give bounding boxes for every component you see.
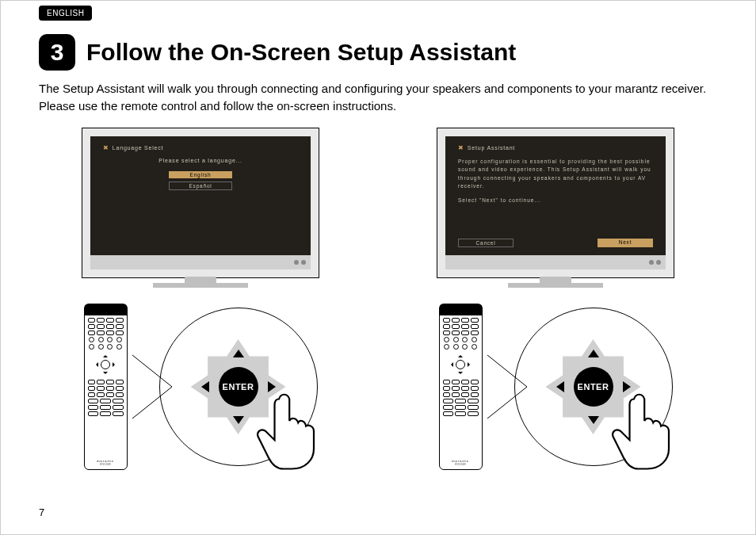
arrow-up-icon (588, 344, 599, 357)
dpad-right-icon (113, 362, 117, 367)
remote-top-section (440, 304, 482, 315)
language-tag: ENGLISH (39, 6, 92, 21)
screen-cta: Select "Next" to continue... (458, 197, 653, 203)
screen-paragraph: Proper configuration is essential to pro… (458, 158, 653, 191)
figures-row: ✖ Language Select Please select a langua… (39, 128, 717, 487)
remote-round-buttons (443, 337, 479, 350)
dpad-left-icon (94, 362, 98, 367)
tv-led-icon (649, 260, 654, 265)
remote-transport-buttons (443, 380, 479, 397)
arrow-down-icon (588, 416, 599, 430)
tv-control-bar (90, 255, 311, 269)
arrow-left-icon (551, 381, 564, 392)
callout-leader-line (128, 387, 168, 388)
tv-led-icon (294, 260, 299, 265)
tv-stand (153, 283, 248, 288)
dpad-down-icon (103, 372, 108, 376)
tv-bezel: ✖ Setup Assistant Proper configuration i… (437, 128, 674, 278)
tv-led-icon (656, 260, 661, 265)
screen-title-row: ✖ Setup Assistant (458, 144, 653, 151)
screen-title: Setup Assistant (468, 145, 515, 151)
screen-title-row: ✖ Language Select (103, 144, 298, 151)
remote-number-buttons (88, 399, 124, 416)
tv-bezel: ✖ Language Select Please select a langua… (82, 128, 319, 278)
arrow-down-icon (233, 416, 244, 430)
dpad-enter-icon (456, 360, 465, 369)
step-number-badge: 3 (39, 34, 75, 71)
screen-prompt: Please select a language... (103, 158, 298, 163)
next-button: Next (598, 239, 653, 247)
figure-left: ✖ Language Select Please select a langua… (39, 128, 362, 487)
hand-icon (244, 386, 331, 473)
remote-round-buttons (88, 337, 124, 350)
dpad-up-icon (103, 353, 108, 357)
enter-callout: ENTER (514, 308, 673, 466)
remote-source-buttons (88, 318, 124, 335)
remote-source-buttons (443, 318, 479, 335)
remote-transport-buttons (88, 380, 124, 397)
callout-leader-line (483, 387, 523, 388)
step-heading: 3 Follow the On-Screen Setup Assistant (39, 34, 516, 71)
cancel-button: Cancel (458, 239, 514, 247)
screen-options: English Español (103, 171, 298, 190)
remote-dpad (443, 351, 479, 378)
tv-screen-setup: ✖ Setup Assistant Proper configuration i… (445, 136, 666, 255)
figure-right: ✖ Setup Assistant Proper configuration i… (394, 128, 717, 487)
option-english: English (169, 171, 232, 178)
option-espanol: Español (169, 182, 232, 190)
dpad-down-icon (458, 372, 463, 376)
hand-icon (599, 386, 686, 473)
dpad-enter-icon (101, 360, 110, 369)
dpad-right-icon (468, 362, 472, 367)
dpad-left-icon (449, 362, 453, 367)
dpad-up-icon (458, 353, 463, 357)
tv-right: ✖ Setup Assistant Proper configuration i… (437, 128, 674, 288)
tv-screen-language: ✖ Language Select Please select a langua… (90, 136, 311, 255)
tools-icon: ✖ (458, 144, 464, 151)
tv-left: ✖ Language Select Please select a langua… (82, 128, 319, 288)
body-paragraph: The Setup Assistant will walk you throug… (39, 80, 717, 115)
remote-callout-right: marantz RC015SR ENTER (394, 304, 717, 470)
heading-text: Follow the On-Screen Setup Assistant (86, 39, 516, 66)
remote-top-section (85, 304, 127, 315)
tv-led-icon (301, 260, 306, 265)
remote-callout-left: marantz RC015SR ENTER (39, 304, 362, 470)
tv-stand (508, 283, 603, 288)
remote-model-label: RC015SR (88, 463, 124, 466)
remote-control: marantz RC015SR (439, 304, 483, 470)
arrow-left-icon (196, 381, 209, 392)
remote-number-buttons (443, 399, 479, 416)
page-number: 7 (39, 506, 44, 518)
remote-control: marantz RC015SR (84, 304, 128, 470)
enter-callout: ENTER (159, 308, 318, 466)
screen-buttons: Cancel Next (458, 239, 653, 247)
tools-icon: ✖ (103, 144, 109, 151)
tv-control-bar (445, 255, 666, 269)
arrow-up-icon (233, 344, 244, 357)
remote-dpad (88, 351, 124, 378)
remote-model-label: RC015SR (443, 463, 479, 466)
screen-title: Language Select (113, 145, 164, 151)
